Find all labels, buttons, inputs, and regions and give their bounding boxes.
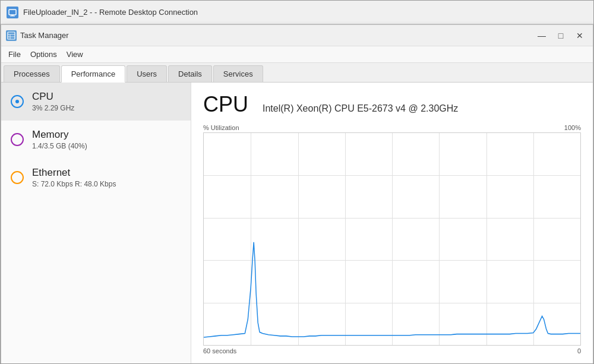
menu-view[interactable]: View: [62, 48, 88, 61]
tab-processes[interactable]: Processes: [4, 65, 60, 82]
cpu-chart-svg: [204, 133, 580, 345]
menu-file[interactable]: File: [4, 48, 26, 61]
cpu-item-text: CPU 3% 2.29 GHz: [32, 91, 74, 112]
svg-rect-0: [9, 10, 16, 15]
tm-titlebar: Task Manager — □ ✕: [1, 25, 593, 46]
task-manager-window: Task Manager — □ ✕ File Options View Pro…: [1, 24, 593, 364]
memory-item-text: Memory 1.4/3.5 GB (40%): [32, 129, 87, 150]
svg-rect-3: [8, 32, 15, 39]
tabs: Processes Performance Users Details Serv…: [1, 63, 593, 83]
chart-y-max: 100%: [564, 124, 581, 131]
menu-bar: File Options View: [1, 46, 593, 63]
cpu-model: Intel(R) Xeon(R) CPU E5-2673 v4 @ 2.30GH…: [263, 103, 458, 114]
ethernet-detail: S: 72.0 Kbps R: 48.0 Kbps: [32, 180, 116, 188]
memory-name: Memory: [32, 129, 87, 141]
content-area: CPU 3% 2.29 GHz Memory 1.4/3.5 GB (40%): [1, 83, 593, 364]
chart-y-min: 0: [577, 347, 581, 354]
cpu-icon: [11, 95, 24, 108]
tm-title: Task Manager: [20, 31, 533, 40]
cpu-main-label: CPU: [203, 92, 248, 117]
tab-details[interactable]: Details: [168, 65, 212, 82]
memory-icon-inner: [14, 137, 20, 143]
chart-x-label: 60 seconds: [203, 347, 236, 354]
chart-labels-top: % Utilization 100%: [203, 124, 581, 131]
cpu-header: CPU Intel(R) Xeon(R) CPU E5-2673 v4 @ 2.…: [203, 92, 581, 117]
title-bar-text: FileUploader_IN_2 - - Remote Desktop Con…: [23, 8, 587, 17]
ethernet-icon: [11, 171, 24, 184]
svg-rect-2: [10, 15, 15, 16]
memory-detail: 1.4/3.5 GB (40%): [32, 142, 87, 150]
svg-rect-1: [11, 15, 14, 16]
rdp-icon: [7, 7, 18, 18]
sidebar-item-cpu[interactable]: CPU 3% 2.29 GHz: [1, 83, 191, 121]
sidebar-item-memory[interactable]: Memory 1.4/3.5 GB (40%): [1, 121, 191, 159]
cpu-name: CPU: [32, 91, 74, 103]
task-manager-icon: [6, 30, 17, 41]
chart-container: % Utilization 100%: [203, 124, 581, 354]
tab-services[interactable]: Services: [213, 65, 263, 82]
ethernet-name: Ethernet: [32, 167, 116, 179]
tab-users[interactable]: Users: [127, 65, 167, 82]
title-bar: FileUploader_IN_2 - - Remote Desktop Con…: [1, 1, 593, 24]
chart-labels-bottom: 60 seconds 0: [203, 347, 581, 354]
cpu-detail: 3% 2.29 GHz: [32, 104, 74, 112]
memory-icon: [11, 133, 24, 146]
minimize-button[interactable]: —: [533, 29, 550, 42]
ethernet-icon-inner: [14, 175, 20, 181]
maximize-button[interactable]: □: [552, 29, 569, 42]
sidebar: CPU 3% 2.29 GHz Memory 1.4/3.5 GB (40%): [1, 83, 191, 364]
tab-performance[interactable]: Performance: [61, 65, 125, 83]
chart-y-label: % Utilization: [203, 124, 239, 131]
ethernet-item-text: Ethernet S: 72.0 Kbps R: 48.0 Kbps: [32, 167, 116, 188]
chart-area: [203, 132, 581, 346]
cpu-icon-inner: [15, 100, 19, 103]
main-panel: CPU Intel(R) Xeon(R) CPU E5-2673 v4 @ 2.…: [191, 83, 593, 364]
tm-controls: — □ ✕: [533, 29, 588, 42]
sidebar-item-ethernet[interactable]: Ethernet S: 72.0 Kbps R: 48.0 Kbps: [1, 159, 191, 197]
close-button[interactable]: ✕: [571, 29, 588, 42]
menu-options[interactable]: Options: [26, 48, 62, 61]
